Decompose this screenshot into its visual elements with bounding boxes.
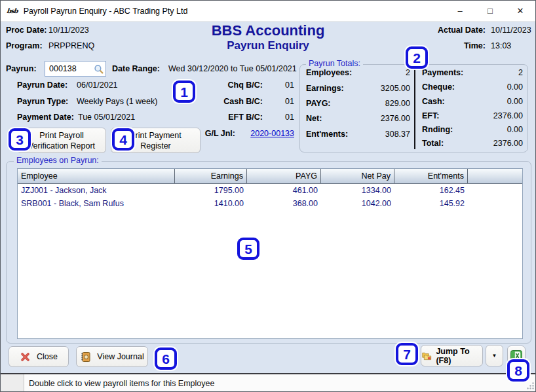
employees-total-label: Employees:	[306, 68, 352, 77]
close-x-icon	[20, 351, 31, 363]
column-header-filler	[468, 169, 522, 183]
payg-total-value: 829.00	[385, 99, 410, 108]
print-register-line2: Register	[140, 141, 171, 151]
jump-to-dropdown-button[interactable]: ▼	[486, 345, 503, 366]
entments-cell: 162.45	[394, 186, 468, 195]
jump-to-label: Jump To (F8)	[436, 347, 482, 365]
app-logo-icon: bsb	[6, 7, 18, 14]
chevron-down-icon: ▼	[492, 353, 497, 359]
net-pay-cell: 1334.00	[321, 186, 394, 195]
payrun-label: Payrun:	[6, 64, 37, 73]
employee-cell: JZJ001 - Jackson, Jack	[18, 186, 175, 195]
grand-total-label: Total:	[422, 139, 444, 148]
totals-divider	[414, 69, 415, 149]
maximize-button[interactable]: □	[475, 1, 505, 21]
earnings-cell: 1795.00	[175, 186, 247, 195]
actual-date-value: 10/11/2023	[491, 26, 531, 35]
print-verification-line1: Print Payroll	[39, 130, 83, 141]
earnings-cell: 1410.00	[175, 199, 247, 208]
payments-total-value: 2	[518, 68, 523, 77]
title-bar: bsb Payroll Payrun Enquiry - ABC Trading…	[1, 1, 535, 22]
earnings-total-label: Earnings:	[306, 84, 344, 93]
status-bar: Double click to view payroll items for t…	[1, 374, 536, 392]
payg-total-label: PAYG:	[306, 99, 331, 108]
annotation-3: 3	[9, 128, 31, 151]
search-icon[interactable]	[94, 64, 104, 74]
status-bar-left-segment	[1, 374, 24, 392]
eft-bc-value: 01	[237, 113, 294, 122]
payrun-enquiry-window: bsb Payroll Payrun Enquiry - ABC Trading…	[0, 0, 536, 392]
employees-panel-title: Employees on Payrun:	[14, 156, 102, 165]
view-journal-button[interactable]: View Journal	[76, 346, 148, 367]
cheque-total-label: Cheque:	[422, 82, 455, 92]
jump-to-button[interactable]: Jump To (F8)	[421, 345, 483, 366]
annotation-2: 2	[406, 46, 428, 69]
column-header-net-pay[interactable]: Net Pay	[321, 169, 394, 183]
column-header-payg[interactable]: PAYG	[247, 169, 321, 183]
employee-row-1[interactable]: JZJ001 - Jackson, Jack 1795.00 461.00 13…	[18, 184, 522, 197]
annotation-1: 1	[173, 80, 195, 103]
net-pay-cell: 1042.00	[321, 199, 394, 208]
minimize-button[interactable]: –	[445, 1, 475, 21]
payrun-type-label: Payrun Type:	[17, 97, 68, 106]
date-range-label: Date Range:	[112, 64, 160, 73]
cash-total-label: Cash:	[422, 97, 445, 106]
payg-cell: 461.00	[247, 186, 321, 195]
rnding-total-value: 0.00	[507, 125, 523, 134]
annotation-7: 7	[396, 343, 418, 365]
payrun-date-label: Payrun Date:	[17, 80, 67, 90]
entments-total-value: 308.37	[385, 130, 410, 139]
payrun-totals-title: Payrun Totals:	[306, 59, 363, 68]
status-message: Double click to view payroll items for t…	[29, 379, 214, 388]
entments-cell: 145.92	[394, 199, 468, 208]
cheque-total-value: 0.00	[507, 82, 523, 92]
grand-total-value: 2376.00	[493, 139, 523, 148]
jump-folders-icon	[421, 351, 432, 361]
close-window-button[interactable]: ✕	[505, 1, 535, 21]
close-button[interactable]: Close	[9, 346, 69, 367]
employee-cell: SRB001 - Black, Sam Rufus	[18, 199, 175, 208]
payment-date-label: Payment Date:	[17, 113, 74, 122]
view-journal-label: View Journal	[97, 352, 144, 361]
journal-book-icon	[80, 351, 91, 363]
gl-jnl-label: G/L Jnl:	[197, 129, 235, 138]
date-range-value: Wed 30/12/2020 to Tue 05/01/2021	[168, 64, 297, 73]
column-header-earnings[interactable]: Earnings	[175, 169, 247, 183]
close-button-label: Close	[37, 352, 58, 361]
employees-table: Employee Earnings PAYG Net Pay Ent'ments…	[17, 168, 523, 339]
column-header-entments[interactable]: Ent'ments	[394, 169, 468, 183]
chq-bc-value: 01	[237, 80, 294, 90]
rnding-total-label: Rnding:	[422, 125, 453, 134]
payments-total-label: Payments:	[422, 68, 463, 77]
time-value: 13:03	[491, 41, 511, 50]
net-total-label: Net:	[306, 114, 322, 123]
employees-total-value: 2	[406, 68, 410, 77]
earnings-total-value: 3205.00	[381, 84, 410, 93]
resize-grip[interactable]	[526, 382, 535, 390]
payment-date-value: Tue 05/01/2021	[78, 113, 135, 122]
column-header-employee[interactable]: Employee	[18, 169, 175, 183]
payrun-type-value: Weekly Pays (1 week)	[77, 97, 157, 106]
cash-bc-value: 01	[237, 97, 294, 106]
eft-total-value: 2376.00	[493, 111, 523, 120]
payrun-date-value: 06/01/2021	[77, 80, 118, 90]
employee-row-2[interactable]: SRB001 - Black, Sam Rufus 1410.00 368.00…	[18, 197, 522, 210]
annotation-4: 4	[112, 128, 134, 151]
gl-jnl-link[interactable]: 2020-00133	[237, 129, 294, 138]
actual-date-label: Actual Date:	[413, 26, 486, 35]
print-register-line1: Print Payment	[130, 130, 182, 141]
net-total-value: 2376.00	[381, 114, 410, 123]
employees-table-header: Employee Earnings PAYG Net Pay Ent'ments	[18, 169, 522, 184]
print-verification-line2: Verification Report	[28, 141, 95, 151]
cash-total-value: 0.00	[507, 97, 523, 106]
payrun-number-field[interactable]	[45, 61, 106, 77]
annotation-6: 6	[155, 347, 177, 370]
annotation-5: 5	[237, 238, 259, 260]
payrun-number-input[interactable]	[49, 64, 90, 73]
entments-total-label: Ent'ments:	[306, 130, 348, 139]
eft-total-label: EFT:	[422, 111, 439, 120]
window-title: Payroll Payrun Enquiry - ABC Trading Pty…	[24, 7, 188, 16]
annotation-8: 8	[507, 359, 529, 382]
payg-cell: 368.00	[247, 199, 321, 208]
